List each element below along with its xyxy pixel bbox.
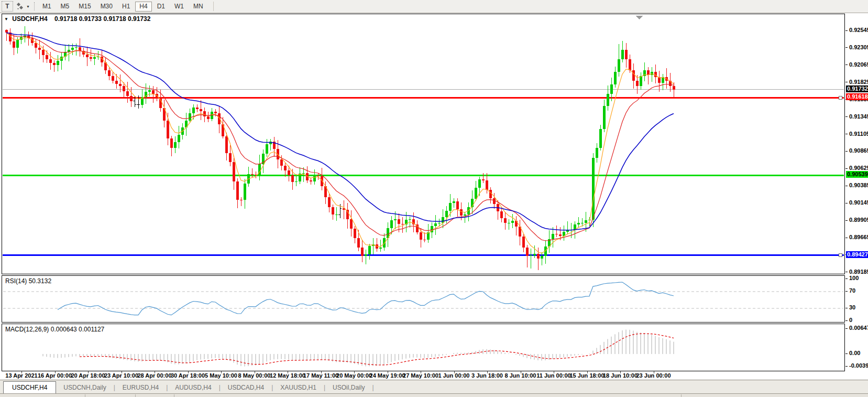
candle-body — [236, 181, 239, 199]
price-marker-box: 0.89427 — [846, 251, 868, 258]
candle-body — [38, 48, 41, 50]
candle-body — [504, 218, 507, 223]
candle-body — [313, 176, 316, 181]
candle-body — [357, 238, 360, 248]
price-axis[interactable]: 0.925450.923050.920650.918250.915850.913… — [845, 14, 868, 274]
candle-body — [317, 176, 320, 176]
rsi-line — [58, 282, 674, 315]
time-axis-label: 18 Jun 10:00 — [603, 372, 638, 379]
candle-body — [222, 124, 224, 136]
candle-body — [607, 94, 609, 106]
candle-body — [86, 55, 89, 57]
candle-body — [658, 77, 661, 83]
status-divider — [681, 394, 682, 397]
candle-body — [449, 203, 452, 211]
candle-body — [632, 70, 635, 81]
candle-body — [229, 153, 232, 163]
candle-body — [445, 211, 448, 217]
candle-body — [592, 158, 595, 220]
tab-divider: | — [372, 384, 373, 394]
timeframe-button-H1[interactable]: H1 — [118, 2, 134, 12]
text-tool-icon[interactable]: T — [2, 1, 13, 12]
tab-usoil-daily[interactable]: USOil,Daily — [325, 382, 372, 394]
candle-body — [581, 223, 584, 223]
candle-body — [207, 116, 210, 119]
time-axis-label: 8 Jun 10:00 — [505, 372, 536, 379]
candle-body — [456, 201, 459, 209]
price-tick — [845, 272, 848, 272]
timeframe-button-M15[interactable]: M15 — [74, 2, 95, 12]
time-axis-label: 5 May 10:00 — [205, 372, 237, 379]
rsi-tick — [845, 308, 848, 308]
candle-body — [42, 50, 45, 55]
candle-body — [453, 201, 455, 203]
candle-body — [636, 81, 639, 86]
candle-body — [493, 198, 496, 204]
candle-body — [16, 40, 19, 48]
line-drag-handle[interactable] — [839, 254, 842, 257]
price-tick — [845, 203, 848, 203]
candle-body — [614, 72, 617, 85]
candle-body — [295, 181, 298, 182]
candle-body — [522, 237, 525, 248]
timeframe-button-H4[interactable]: H4 — [135, 2, 151, 12]
candle-body — [464, 214, 466, 216]
tab-usdcad-h4[interactable]: USDCAD,H4 — [221, 382, 271, 394]
main-chart-pane[interactable] — [2, 14, 845, 274]
candle-body — [46, 55, 48, 59]
tab-usdcnh-daily[interactable]: USDCNH,Daily — [56, 382, 113, 394]
timeframe-button-W1[interactable]: W1 — [170, 2, 188, 12]
chart-dropdown-icon[interactable]: ▼ — [4, 17, 8, 22]
chart-tab-bar: USDCHF,H4USDCNH,Daily|EURUSD,H4|AUDUSD,H… — [0, 380, 868, 394]
macd-tick — [845, 366, 848, 367]
price-tick — [845, 238, 848, 238]
candle-body — [35, 43, 37, 48]
candle-body — [167, 121, 169, 138]
candle-body — [148, 90, 151, 92]
candle-body — [478, 179, 481, 188]
price-tick-label: 0.91825 — [849, 79, 868, 85]
candle-body — [174, 142, 177, 148]
price-tick-label: 0.90625 — [849, 165, 868, 171]
tab-xauusd-h1[interactable]: XAUUSD,H1 — [273, 382, 324, 394]
candle-body — [541, 256, 543, 259]
candle-body — [621, 50, 624, 59]
chart-shift-marker[interactable] — [635, 16, 643, 19]
chevron-down-icon[interactable]: ▼ — [26, 5, 30, 8]
macd-indicator-pane[interactable] — [2, 324, 845, 371]
candle-body — [390, 220, 393, 228]
candle-body — [284, 166, 287, 170]
timeframe-button-M1[interactable]: M1 — [38, 2, 56, 12]
candle-body — [244, 184, 246, 200]
price-tick-label: 0.90385 — [849, 182, 868, 188]
rsi-tick-label: 100 — [849, 275, 859, 281]
time-axis[interactable]: 13 Apr 202116 Apr 00:0020 Apr 18:0023 Ap… — [2, 371, 845, 380]
candle-body — [526, 248, 529, 256]
line-drag-handle[interactable] — [839, 96, 842, 99]
time-axis-label: 23 Jun 00:00 — [636, 372, 671, 379]
candle-body — [218, 113, 221, 124]
price-tick — [845, 134, 848, 134]
timeframe-button-M5[interactable]: M5 — [57, 2, 74, 12]
timeframe-button-M30[interactable]: M30 — [96, 2, 117, 12]
rsi-tick-label: 0 — [849, 317, 852, 323]
candle-body — [57, 61, 59, 65]
candle-body — [552, 234, 554, 239]
timeframe-button-MN[interactable]: MN — [189, 2, 207, 12]
time-axis-label: 20 May 00:00 — [336, 372, 372, 379]
tab-eurusd-h4[interactable]: EURUSD,H4 — [115, 382, 166, 394]
macd-label: MACD(12,26,9) 0.000643 0.001127 — [5, 326, 104, 333]
rsi-indicator-pane[interactable] — [2, 275, 845, 323]
candle-body — [585, 220, 587, 222]
candle-body — [559, 234, 562, 236]
candle-body — [603, 106, 606, 129]
candle-body — [500, 211, 503, 218]
candle-body — [625, 50, 628, 59]
tab-audusd-h4[interactable]: AUDUSD,H4 — [168, 382, 218, 394]
candle-body — [240, 200, 243, 200]
arrange-charts-icon[interactable] — [15, 2, 25, 11]
candle-body — [123, 86, 125, 91]
timeframe-button-D1[interactable]: D1 — [153, 2, 169, 12]
tab-usdchf-h4[interactable]: USDCHF,H4 — [3, 381, 56, 394]
price-tick — [845, 116, 848, 117]
